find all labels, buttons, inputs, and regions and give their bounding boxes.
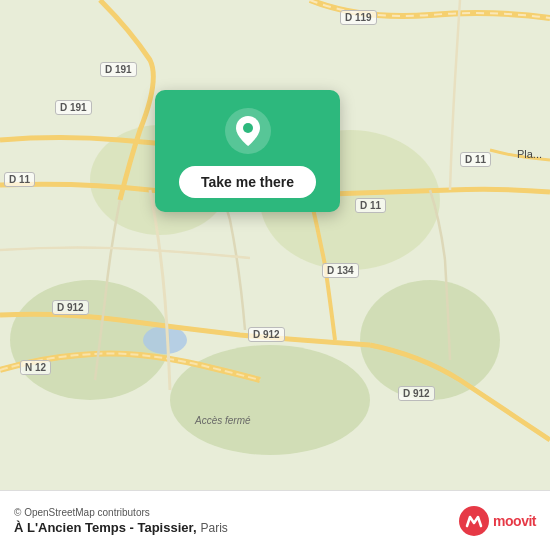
svg-point-2 xyxy=(170,345,370,455)
place-city: Paris xyxy=(201,521,228,535)
bottom-bar: © OpenStreetMap contributors À L'Ancien … xyxy=(0,490,550,550)
svg-point-3 xyxy=(360,280,500,400)
moovit-logo: moovit xyxy=(459,506,536,536)
svg-point-8 xyxy=(243,123,253,133)
bottom-info: © OpenStreetMap contributors À L'Ancien … xyxy=(14,507,228,535)
location-pin-icon xyxy=(225,108,271,154)
moovit-icon xyxy=(459,506,489,536)
moovit-text: moovit xyxy=(493,513,536,529)
location-card: Take me there xyxy=(155,90,340,212)
take-me-there-button[interactable]: Take me there xyxy=(179,166,316,198)
map-container: D 191 D 191 D 11 D 11 D 11 D 119 D 134 D… xyxy=(0,0,550,490)
place-name: À L'Ancien Temps - Tapissier, xyxy=(14,520,197,535)
attribution-text: © OpenStreetMap contributors xyxy=(14,507,228,518)
